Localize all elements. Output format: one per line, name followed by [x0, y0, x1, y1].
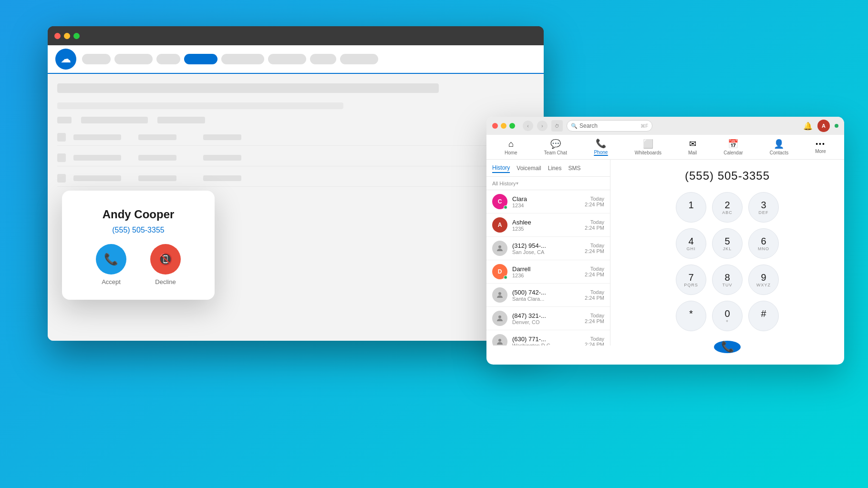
- minimize-button[interactable]: [64, 33, 70, 39]
- nav-pill[interactable]: [114, 54, 153, 64]
- phone-maximize-btn[interactable]: [509, 123, 515, 129]
- dial-key-2[interactable]: 2 ABC: [712, 192, 743, 223]
- call-item[interactable]: C Clara 1234 Today 2:24 PM: [486, 190, 610, 214]
- dial-key-0[interactable]: 0 +: [712, 301, 743, 331]
- mail-icon: ✉: [689, 139, 696, 149]
- avatar: [492, 311, 507, 326]
- nav-pill[interactable]: [156, 54, 180, 64]
- tab-history[interactable]: History: [492, 163, 510, 173]
- svg-point-0: [498, 245, 501, 248]
- search-label: Search: [579, 122, 598, 129]
- search-icon: 🔍: [571, 123, 578, 129]
- mail-label: Mail: [688, 150, 697, 155]
- dial-key-5[interactable]: 5 JKL: [712, 228, 743, 259]
- whiteboards-label: Whiteboards: [635, 150, 661, 155]
- call-actions: 📞 Accept 📵 Decline: [96, 244, 181, 285]
- call-item[interactable]: (630) 771-... Washington D.C. Today 2:24…: [486, 330, 610, 346]
- call-item[interactable]: (847) 321-... Denver, CO Today 2:24 PM: [486, 307, 610, 330]
- back-button[interactable]: ‹: [523, 121, 533, 131]
- nav-mail[interactable]: ✉ Mail: [684, 137, 701, 157]
- user-avatar[interactable]: A: [817, 120, 830, 132]
- sf-nav-items: [82, 54, 536, 64]
- nav-pill[interactable]: [268, 54, 306, 64]
- notification-bell-icon[interactable]: 🔔: [803, 122, 813, 131]
- contact-number: 1236: [512, 273, 580, 278]
- call-item[interactable]: (500) 742-... Santa Clara... Today 2:24 …: [486, 284, 610, 307]
- phone-minimize-btn[interactable]: [501, 123, 506, 129]
- phone-close-btn[interactable]: [492, 123, 498, 129]
- call-time: Today 2:24 PM: [585, 266, 604, 277]
- online-status-dot: [835, 124, 838, 128]
- dial-key-8[interactable]: 8 TUV: [712, 264, 743, 295]
- calendar-icon: 📅: [728, 139, 738, 149]
- more-label: More: [815, 149, 826, 154]
- accept-btn-circle: 📞: [96, 244, 126, 274]
- search-bar[interactable]: 🔍 Search ⌘F: [567, 120, 652, 132]
- dial-number-display: (555) 505-3355: [685, 169, 770, 183]
- call-time: Today 2:24 PM: [585, 243, 604, 254]
- avatar: [492, 241, 507, 256]
- call-info: (847) 321-... Denver, CO: [512, 312, 580, 325]
- phone-app-window: ‹ › ⏱ 🔍 Search ⌘F 🔔 A ⌂ Home: [486, 117, 844, 365]
- phone-body: History Voicemail Lines SMS All History …: [486, 160, 844, 346]
- svg-point-3: [498, 339, 501, 342]
- phone-icon: 📞: [596, 138, 606, 149]
- phone-label: Phone: [594, 150, 608, 155]
- nav-calendar[interactable]: 📅 Calendar: [720, 137, 747, 157]
- call-history-panel: History Voicemail Lines SMS All History …: [486, 160, 610, 346]
- avatar: D: [492, 264, 507, 279]
- dial-call-button[interactable]: 📞: [714, 341, 741, 353]
- search-shortcut: ⌘F: [641, 123, 648, 129]
- filter-label: All History: [492, 181, 516, 186]
- history-filter[interactable]: All History ▾: [486, 177, 610, 190]
- phone-toolbar-right: 🔔 A: [803, 120, 838, 132]
- forward-button[interactable]: ›: [537, 121, 548, 131]
- dial-key-6[interactable]: 6 MNO: [748, 228, 779, 259]
- avatar: [492, 287, 507, 303]
- dial-key-hash[interactable]: #: [748, 301, 779, 331]
- dial-key-7[interactable]: 7 PQRS: [676, 264, 706, 295]
- nav-pill[interactable]: [221, 54, 264, 64]
- nav-home[interactable]: ⌂ Home: [501, 137, 521, 157]
- tab-lines[interactable]: Lines: [548, 164, 562, 173]
- contact-name: Clara: [512, 195, 580, 203]
- contact-number: 1235: [512, 226, 580, 232]
- nav-contacts[interactable]: 👤 Contacts: [766, 137, 792, 157]
- dial-key-4[interactable]: 4 GHI: [676, 228, 706, 259]
- history-icon[interactable]: ⏱: [551, 120, 563, 132]
- avatar: C: [492, 194, 507, 209]
- accept-call-button[interactable]: 📞 Accept: [96, 244, 126, 285]
- maximize-button[interactable]: [73, 33, 80, 39]
- nav-pill[interactable]: [310, 54, 336, 64]
- call-icon: 📞: [721, 341, 734, 353]
- nav-pill[interactable]: [340, 54, 378, 64]
- nav-team-chat[interactable]: 💬 Team Chat: [540, 137, 571, 157]
- salesforce-logo[interactable]: ☁: [55, 49, 76, 70]
- dialpad-panel: (555) 505-3355 1 2 ABC 3 DEF: [610, 160, 844, 346]
- nav-pill-active[interactable]: [184, 54, 217, 64]
- call-item[interactable]: A Ashlee 1235 Today 2:24 PM: [486, 214, 610, 237]
- home-icon: ⌂: [508, 139, 514, 149]
- tab-voicemail[interactable]: Voicemail: [517, 164, 541, 173]
- dialpad-grid: 1 2 ABC 3 DEF 4 GHI: [676, 192, 779, 331]
- decline-call-button[interactable]: 📵 Decline: [150, 244, 181, 285]
- accept-label: Accept: [102, 278, 121, 285]
- dial-key-star[interactable]: *: [676, 301, 706, 331]
- call-item[interactable]: (312) 954-... San Jose, CA Today 2:24 PM: [486, 237, 610, 260]
- home-label: Home: [505, 150, 517, 155]
- dial-key-1[interactable]: 1: [676, 192, 706, 223]
- call-item[interactable]: D Darrell 1236 Today 2:24 PM: [486, 260, 610, 284]
- close-button[interactable]: [54, 33, 61, 39]
- dial-key-9[interactable]: 9 WXYZ: [748, 264, 779, 295]
- phone-accept-icon: 📞: [104, 253, 118, 266]
- nav-pill[interactable]: [82, 54, 111, 64]
- decline-btn-circle: 📵: [150, 244, 181, 274]
- contact-number: Santa Clara...: [512, 296, 580, 302]
- dial-key-3[interactable]: 3 DEF: [748, 192, 779, 223]
- nav-phone[interactable]: 📞 Phone: [590, 136, 612, 158]
- call-info: (500) 742-... Santa Clara...: [512, 289, 580, 302]
- nav-whiteboards[interactable]: ⬜ Whiteboards: [631, 137, 665, 157]
- tab-sms[interactable]: SMS: [568, 164, 580, 173]
- nav-more[interactable]: ••• More: [811, 138, 830, 156]
- contact-name: (847) 321-...: [512, 312, 580, 319]
